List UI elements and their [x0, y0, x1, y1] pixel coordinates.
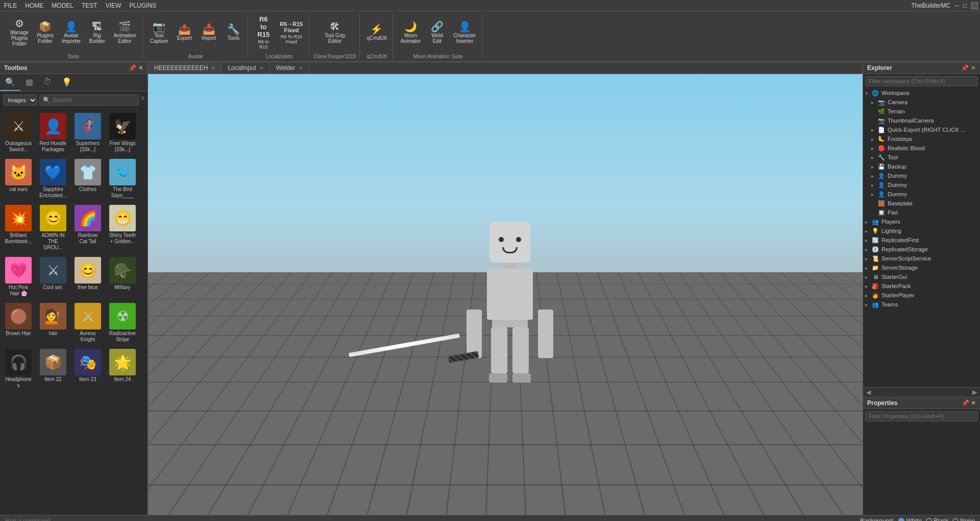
tree-item[interactable]: ▸💡Lighting — [863, 226, 980, 235]
explorer-scroll-left[interactable]: ◀ — [863, 388, 874, 397]
tree-item[interactable]: ▸📁ServerStorage — [863, 263, 980, 272]
menu-model[interactable]: MODEL — [52, 2, 74, 9]
toolbox-filter-dropdown[interactable]: Images — [3, 94, 37, 106]
viewport-tab-1-close[interactable]: ✕ — [259, 65, 263, 71]
tree-item[interactable]: ▸📜ServerScriptService — [863, 254, 980, 263]
toolbox-item[interactable]: ⚔Outrageous Sword... — [2, 111, 35, 155]
viewport-frame-indicator[interactable] — [971, 2, 978, 9]
plugins-folder-btn[interactable]: 📦 PluginsFolder — [34, 19, 57, 46]
avatar-importer-btn[interactable]: 👤 AvatarImporter — [59, 19, 84, 46]
toolbox-item[interactable]: 💇hair — [37, 301, 69, 345]
tree-item[interactable]: ▸🔧Tool — [863, 153, 980, 162]
toolbox-tab-inventory[interactable]: ▦ — [20, 74, 38, 91]
toolbox-item[interactable]: ☢Radioactive Stripe — [106, 301, 139, 345]
text-capture-btn[interactable]: 📷 TextCapture — [147, 19, 172, 46]
viewport-tab-2[interactable]: Welder ✕ — [270, 62, 309, 74]
tree-item[interactable]: ▸👥Players — [863, 217, 980, 226]
tree-item[interactable]: ▸🔴Realistic Blood — [863, 144, 980, 153]
explorer-pin-btn[interactable]: 📌 — [961, 64, 969, 72]
toolbox-item[interactable]: 😊free face — [71, 255, 104, 299]
tree-item[interactable]: ▸📄Quick-Export (RIGHT CLICK ... — [863, 125, 980, 134]
tree-item[interactable]: 📷ThumbnailCamera — [863, 116, 980, 125]
toolbox-item[interactable]: 📦Item 22 — [37, 347, 69, 391]
import-btn[interactable]: 📥 Import — [198, 22, 220, 43]
toolbox-item[interactable]: 🐱cat ears — [2, 157, 35, 201]
viewport-tab-0-close[interactable]: ✕ — [211, 65, 215, 71]
toolbox-item[interactable]: ⚔Cool set. — [37, 255, 69, 299]
tree-item[interactable]: ▸👤Dummy — [863, 190, 980, 199]
animation-editor-btn[interactable]: 🎬 AnimationEditor — [110, 19, 139, 46]
properties-pin-btn[interactable]: 📌 — [962, 399, 969, 407]
toolbox-tab-recent[interactable]: ⏱ — [38, 74, 57, 91]
toolbox-tab-search[interactable]: 🔍 — [0, 74, 20, 91]
weld-edit-btn[interactable]: 🔗 WeldEdit — [426, 19, 448, 46]
qcmdutl-btn[interactable]: ⚡ qCmdUtl — [364, 22, 390, 43]
tree-item[interactable]: ▸💽ReplicatedStorage — [863, 245, 980, 254]
viewport-tab-1[interactable]: LocalInput ✕ — [222, 62, 270, 74]
menu-file[interactable]: FILE — [4, 2, 17, 9]
tree-item[interactable]: 🟫Baseplate — [863, 199, 980, 208]
bg-none-option[interactable]: None — [952, 517, 975, 522]
tree-item[interactable]: ▸👥Teams — [863, 300, 980, 309]
r6-r15-fixed-btn[interactable]: R6→R15Fixed R6 To R15Fixed — [277, 19, 306, 46]
tree-item[interactable]: ▸🔄ReplicatedFirst — [863, 235, 980, 245]
export-btn[interactable]: 📤 Export — [173, 22, 195, 43]
toolbox-filter-icon[interactable]: ≡ — [141, 94, 144, 106]
toolbox-item[interactable]: 👤Red Hoodie Packages — [37, 111, 69, 155]
explorer-close-btn[interactable]: ✕ — [971, 64, 976, 72]
tree-item[interactable]: ▸🦶Footsteps — [863, 134, 980, 144]
command-input[interactable] — [5, 517, 855, 522]
toolbox-pin-btn[interactable]: 📌 — [129, 64, 136, 72]
viewport-canvas[interactable] — [148, 74, 863, 515]
tree-item[interactable]: ▸👤Dummy — [863, 171, 980, 180]
properties-close-btn[interactable]: ✕ — [971, 399, 976, 407]
menu-view[interactable]: VIEW — [106, 2, 121, 9]
tree-item[interactable]: 🌿Terrain — [863, 107, 980, 116]
bg-white-option[interactable]: White — [898, 517, 922, 522]
tree-item[interactable]: ▾🌐Workspace — [863, 88, 980, 98]
explorer-search-input[interactable] — [865, 76, 978, 86]
toolbox-item[interactable]: 🪖Military — [106, 255, 139, 299]
toolbox-item[interactable]: 🦅Free Wings [33k...] — [106, 111, 139, 155]
toolbox-item[interactable]: 🌈Rainbow Cat Tail — [71, 203, 104, 253]
tree-item[interactable]: 🔲Part — [863, 208, 980, 217]
viewport-tab-2-close[interactable]: ✕ — [299, 65, 303, 71]
toolbox-close-btn[interactable]: ✕ — [138, 64, 143, 72]
character-inserter-btn[interactable]: 👤 CharacterInserter — [450, 19, 479, 46]
toolbox-item[interactable]: 🦸Superhero [33k...] — [71, 111, 104, 155]
toolbox-item[interactable]: 💗Hot Pink Hair 🌸 — [2, 255, 35, 299]
tree-item[interactable]: ▸💾Backup — [863, 162, 980, 171]
tool-grip-editor-btn[interactable]: 🛠 Tool GripEditor — [322, 19, 348, 46]
manage-plugins-btn[interactable]: ⚙ ManagePluginsFolder — [7, 16, 32, 49]
properties-search-input[interactable] — [865, 411, 978, 421]
toolbox-item[interactable]: 🎧Headphones — [2, 347, 35, 391]
rig-builder-btn[interactable]: 🏗 RigBuilder — [86, 19, 108, 46]
toolbox-item[interactable]: 😊ADMIN IN THE GROU... — [37, 203, 69, 253]
tree-item[interactable]: ▸🎒StarterPack — [863, 281, 980, 291]
tree-item[interactable]: ▸📷Camera — [863, 98, 980, 107]
explorer-scroll-right[interactable]: ▶ — [969, 388, 980, 397]
r6-r15-btn[interactable]: R6toR15 R6 toR15 — [252, 13, 275, 52]
toolbox-item[interactable]: 🐦The Bird Says____ — [106, 157, 139, 201]
maximize-btn[interactable]: □ — [963, 2, 967, 9]
bg-black-option[interactable]: Black — [926, 517, 948, 522]
tools-btn[interactable]: 🔧 Tools — [222, 22, 244, 43]
minimize-btn[interactable]: ─ — [954, 2, 959, 9]
toolbox-search-input[interactable] — [53, 97, 135, 104]
toolbox-item[interactable]: 💥Brilliant Bombtasti... — [2, 203, 35, 253]
toolbox-item[interactable]: 🎭Item 23 — [71, 347, 104, 391]
tree-item[interactable]: ▸🖥StarterGui — [863, 272, 980, 281]
moon-animator-btn[interactable]: 🌙 MoonAnimator — [397, 19, 424, 46]
toolbox-item[interactable]: 🌟Item 24 — [106, 347, 139, 391]
tree-item[interactable]: ▸🧑StarterPlayer — [863, 291, 980, 300]
menu-home[interactable]: HOME — [25, 2, 43, 9]
toolbox-item[interactable]: 👕Clothes — [71, 157, 104, 201]
toolbox-item[interactable]: ⚔Aureus Knight — [71, 301, 104, 345]
viewport-tab-0[interactable]: HEEEEEEEEEEEH ✕ — [148, 62, 222, 74]
toolbox-item[interactable]: 😁Shiny Teeth + Golden... — [106, 203, 139, 253]
tree-item[interactable]: ▸👤Dummy — [863, 180, 980, 190]
toolbox-item[interactable]: 🟤Brown Hair — [2, 301, 35, 345]
menu-test[interactable]: TEST — [82, 2, 97, 9]
menu-plugins[interactable]: PLUGINS — [129, 2, 156, 9]
toolbox-item[interactable]: 💙Sapphire Encrusted... — [37, 157, 69, 201]
